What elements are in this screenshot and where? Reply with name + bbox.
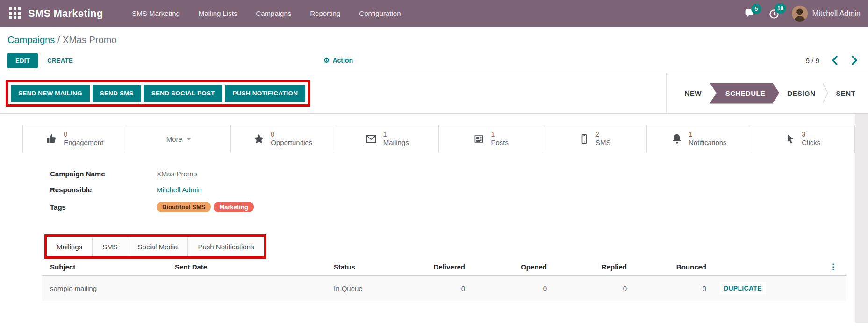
activities-button[interactable]: 18 xyxy=(768,8,780,19)
mobile-icon xyxy=(579,133,590,145)
pager-count: 9 / 9 xyxy=(806,57,819,65)
duplicate-button[interactable]: DUPLICATE xyxy=(719,282,766,294)
cell-status: In Queue xyxy=(326,278,430,299)
menu-mailing-lists[interactable]: Mailing Lists xyxy=(190,0,246,26)
stat-opportunities-label: Opportunities xyxy=(271,138,312,147)
tab-push-notifications[interactable]: Push Notifications xyxy=(188,237,264,256)
status-step-sent[interactable]: SENT xyxy=(830,89,861,97)
campaign-name-label: Campaign Name xyxy=(50,170,157,178)
stat-sms-value: 2 xyxy=(595,131,611,139)
top-navbar: SMS Marketing SMS Marketing Mailing List… xyxy=(0,0,868,27)
stat-notifications-label: Notifications xyxy=(689,138,727,147)
control-panel: EDIT CREATE ⚙ Action 9 / 9 xyxy=(0,48,868,73)
stat-notifications-value: 1 xyxy=(689,131,727,139)
activities-badge: 18 xyxy=(775,3,786,14)
stat-sms-label: SMS xyxy=(595,138,611,147)
cell-sent-date xyxy=(167,282,326,295)
column-header-bounced[interactable]: Bounced xyxy=(627,259,706,275)
status-pipeline: NEW SCHEDULE DESIGN SENT xyxy=(666,73,868,113)
stat-opportunities-value: 0 xyxy=(271,131,312,139)
more-label: More xyxy=(166,135,182,143)
avatar xyxy=(792,6,808,22)
breadcrumb-current: / XMas Promo xyxy=(57,35,117,45)
responsible-value-link[interactable]: Mitchell Admin xyxy=(157,186,202,194)
bell-icon xyxy=(671,133,683,145)
cell-subject: sample mailing xyxy=(42,278,167,299)
notebook-tabs: Mailings SMS Social Media Push Notificat… xyxy=(47,237,264,256)
column-header-delivered[interactable]: Delivered xyxy=(430,259,465,275)
apps-grid-icon[interactable] xyxy=(9,7,22,20)
statusbar-strip: SEND NEW MAILING SEND SMS SEND SOCIAL PO… xyxy=(0,73,868,114)
newspaper-icon xyxy=(473,133,485,145)
envelope-icon xyxy=(365,133,378,145)
send-sms-button[interactable]: SEND SMS xyxy=(93,85,141,102)
stat-posts[interactable]: 1 Posts xyxy=(438,125,543,153)
cell-replied: 0 xyxy=(547,278,627,299)
stat-engagement[interactable]: 0 Engagement xyxy=(22,125,127,153)
pager-previous-icon[interactable] xyxy=(832,56,838,65)
tab-mailings[interactable]: Mailings xyxy=(47,237,93,256)
send-social-post-button[interactable]: SEND SOCIAL POST xyxy=(144,85,222,102)
stat-clicks-value: 3 xyxy=(802,131,820,139)
tag-bioutifoul-sms[interactable]: Bioutifoul SMS xyxy=(157,202,211,212)
edit-button[interactable]: EDIT xyxy=(7,53,38,68)
campaign-name-value: XMas Promo xyxy=(157,170,197,178)
tag-marketing[interactable]: Marketing xyxy=(214,202,253,212)
send-buttons-highlight-box: SEND NEW MAILING SEND SMS SEND SOCIAL PO… xyxy=(6,80,310,107)
app-title[interactable]: SMS Marketing xyxy=(28,7,103,20)
table-header-row: Subject Sent Date Status Delivered Opene… xyxy=(42,259,846,276)
push-notification-button[interactable]: PUSH NOTIFICATION xyxy=(225,85,306,102)
stat-sms[interactable]: 2 SMS xyxy=(543,125,647,153)
tab-social-media[interactable]: Social Media xyxy=(128,237,188,256)
send-new-mailing-button[interactable]: SEND NEW MAILING xyxy=(11,85,90,102)
pager-next-icon[interactable] xyxy=(852,56,858,65)
menu-configuration[interactable]: Configuration xyxy=(351,0,409,26)
stat-posts-label: Posts xyxy=(491,138,509,147)
tab-sms[interactable]: SMS xyxy=(93,237,128,256)
menu-campaigns[interactable]: Campaigns xyxy=(247,0,300,26)
pager: 9 / 9 xyxy=(806,56,861,65)
status-step-new[interactable]: NEW xyxy=(679,89,708,97)
user-menu[interactable]: Mitchell Admin xyxy=(792,6,861,22)
mailings-table: Subject Sent Date Status Delivered Opene… xyxy=(42,259,846,301)
stat-notifications[interactable]: 1 Notifications xyxy=(646,125,751,153)
stat-mailings-label: Mailings xyxy=(383,138,409,147)
stat-opportunities[interactable]: 0 Opportunities xyxy=(230,125,335,153)
action-label: Action xyxy=(332,57,353,64)
tabs-highlight-box: Mailings SMS Social Media Push Notificat… xyxy=(44,234,266,259)
column-header-sent-date[interactable]: Sent Date xyxy=(167,259,326,275)
stat-clicks[interactable]: 3 Clicks xyxy=(751,125,855,153)
action-menu-button[interactable]: ⚙ Action xyxy=(323,56,353,65)
stat-mailings-value: 1 xyxy=(383,131,409,139)
chevron-separator-icon xyxy=(822,82,829,104)
stat-mailings[interactable]: 1 Mailings xyxy=(335,125,439,153)
stat-engagement-label: Engagement xyxy=(64,138,103,147)
responsible-label: Responsible xyxy=(50,186,157,194)
column-header-replied[interactable]: Replied xyxy=(547,259,627,275)
gear-icon: ⚙ xyxy=(323,56,330,65)
cursor-icon xyxy=(785,133,796,145)
main-menu: SMS Marketing Mailing Lists Campaigns Re… xyxy=(123,0,409,26)
user-name: Mitchell Admin xyxy=(812,9,861,18)
chevron-down-icon xyxy=(187,138,191,140)
stat-posts-value: 1 xyxy=(491,131,509,139)
menu-reporting[interactable]: Reporting xyxy=(301,0,349,26)
breadcrumb: Campaigns / XMas Promo xyxy=(0,27,868,48)
column-header-subject[interactable]: Subject xyxy=(42,259,167,275)
optional-columns-icon[interactable]: ⋮ xyxy=(781,262,846,272)
column-header-status[interactable]: Status xyxy=(326,259,430,275)
table-row[interactable]: sample mailing In Queue 0 0 0 0 DUPLICAT… xyxy=(42,276,846,301)
messages-button[interactable]: 5 xyxy=(745,8,756,19)
status-step-design[interactable]: DESIGN xyxy=(781,89,821,97)
menu-sms-marketing[interactable]: SMS Marketing xyxy=(123,0,188,26)
more-dropdown[interactable]: More xyxy=(127,125,231,153)
right-gutter xyxy=(855,114,868,323)
thumbs-up-icon xyxy=(46,133,58,145)
tags-label: Tags xyxy=(50,203,157,211)
form-sheet: 0 Engagement More 0 Opportunitie xyxy=(0,114,855,323)
column-header-opened[interactable]: Opened xyxy=(465,259,547,275)
create-button[interactable]: CREATE xyxy=(47,57,73,64)
breadcrumb-campaigns[interactable]: Campaigns xyxy=(7,35,55,45)
status-step-schedule-active[interactable]: SCHEDULE xyxy=(710,83,780,104)
messages-badge: 5 xyxy=(751,4,761,14)
